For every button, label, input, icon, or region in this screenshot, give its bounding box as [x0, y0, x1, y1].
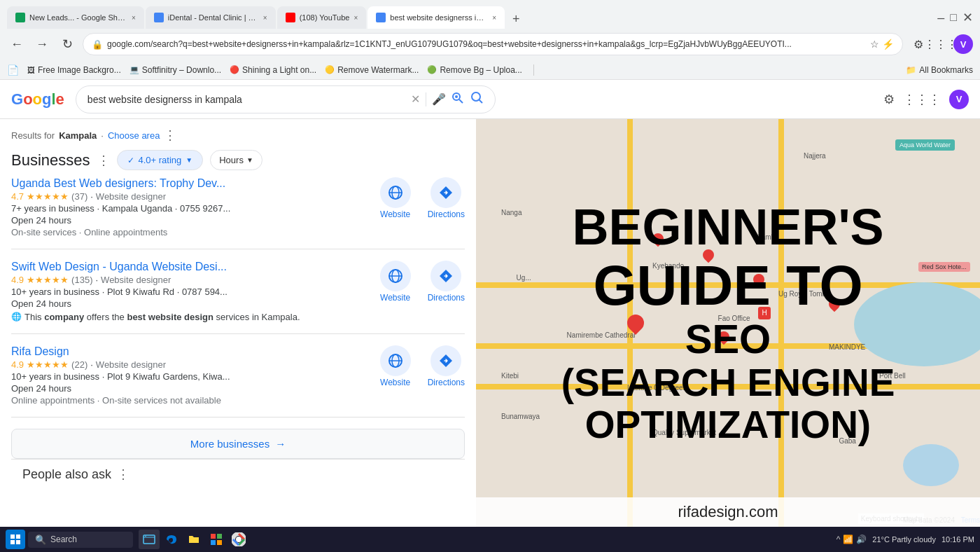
- tab-favicon-google: [376, 13, 386, 22]
- bookmark-softfinitry[interactable]: 💻 Softfinitry – Downlo...: [130, 65, 221, 75]
- directions-btn-3[interactable]: Directions: [428, 345, 465, 387]
- reload-button[interactable]: ↻: [57, 34, 77, 54]
- tab-close-sheets[interactable]: ×: [132, 14, 136, 22]
- taskbar-search[interactable]: 🔍 Search: [28, 532, 133, 548]
- review-count-1: (37): [71, 191, 88, 202]
- business-info-1: Uganda Best Web designers: Trophy Dev...…: [11, 177, 369, 237]
- profile-button[interactable]: V: [953, 34, 973, 54]
- seo-line5: OPTIMIZATION): [561, 403, 895, 446]
- header-right: ⚙ ⋮⋮⋮ V: [883, 90, 969, 109]
- svg-rect-24: [217, 540, 222, 545]
- dot-3: ·: [90, 359, 93, 370]
- choose-area-link[interactable]: Choose area: [108, 130, 160, 141]
- extensions-icon[interactable]: ⚡: [882, 39, 894, 50]
- hours-filter-button[interactable]: Hours ▼: [210, 150, 262, 170]
- directions-btn-1[interactable]: Directions: [428, 177, 465, 219]
- business-info-3: Rifa Design 4.9 ★★★★★ (22) · Website des…: [11, 345, 369, 406]
- business-meta-2: 4.9 ★★★★★ (135) · Website designer: [11, 275, 369, 285]
- results-location: Kampala: [59, 130, 97, 141]
- star-icons-1: ★★★★★: [27, 191, 69, 202]
- website-btn-1[interactable]: Website: [380, 177, 411, 219]
- image-search-icon[interactable]: [451, 92, 464, 107]
- business-name-3[interactable]: Rifa Design: [11, 345, 69, 357]
- tab-close-google[interactable]: ×: [492, 14, 496, 22]
- business-type-3: Website designer: [96, 359, 166, 370]
- businesses-more-options[interactable]: ⋮: [97, 153, 110, 168]
- settings-icon[interactable]: ⚙: [883, 92, 895, 107]
- business-details-1: 7+ years in business · Kampala Uganda · …: [11, 203, 369, 214]
- apps-icon[interactable]: ⋮⋮⋮: [903, 92, 941, 107]
- tab-sheets[interactable]: New Leads... - Google Sheets ×: [7, 6, 144, 29]
- website-label-1: Website: [380, 209, 410, 219]
- search-clear-icon[interactable]: ✕: [411, 92, 420, 106]
- page-content: Google ✕ 🎤 ⚙ ⋮⋮⋮ V Results for Kam: [0, 80, 980, 527]
- taskbar-app-store[interactable]: [206, 530, 227, 549]
- business-name-1[interactable]: Uganda Best Web designers: Trophy Dev...: [11, 177, 225, 189]
- directions-circle-2: [430, 261, 461, 291]
- business-services-1: On-site services · Online appointments: [11, 227, 369, 237]
- sys-icons: ^ 📶 🔊: [836, 534, 867, 544]
- rating-filter-button[interactable]: ✓ 4.0+ rating ▼: [117, 150, 204, 170]
- bookmark-star-icon[interactable]: ☆: [870, 39, 879, 50]
- dot-2: ·: [95, 275, 98, 285]
- star-icons-3: ★★★★★: [27, 359, 69, 370]
- directions-btn-2[interactable]: Directions: [428, 261, 465, 303]
- tab-youtube[interactable]: (108) YouTube ×: [277, 6, 367, 29]
- maximize-button[interactable]: □: [950, 11, 957, 24]
- bookmark-remove-bg[interactable]: 🟢 Remove Bg – Uploa...: [427, 65, 522, 75]
- rating-filter-arrow: ▼: [186, 156, 192, 164]
- taskbar-app-edge[interactable]: [161, 530, 182, 549]
- search-submit-icon[interactable]: [470, 90, 484, 108]
- website-btn-3[interactable]: Website: [380, 345, 411, 387]
- svg-line-5: [479, 100, 482, 104]
- svg-rect-18: [16, 540, 20, 544]
- business-type-2: Website designer: [101, 275, 171, 285]
- website-btn-2[interactable]: Website: [380, 261, 411, 303]
- taskbar-time: 10:16 PM: [941, 535, 974, 544]
- bookmark-remove-watermark[interactable]: 🟡 Remove Watermark...: [325, 65, 419, 75]
- tab-close-youtube[interactable]: ×: [354, 14, 358, 22]
- tab-close-dental[interactable]: ×: [263, 14, 267, 22]
- more-businesses-button[interactable]: More businesses →: [11, 429, 465, 459]
- sys-volume[interactable]: 🔊: [856, 534, 867, 544]
- taskbar-app-files[interactable]: [183, 530, 204, 549]
- taskbar-sys: ^ 📶 🔊 21°C Partly cloudy 10:16 PM: [836, 534, 974, 544]
- seo-line1: BEGINNER'S: [561, 200, 895, 255]
- taskbar-app-chrome[interactable]: [228, 530, 249, 549]
- more-options-icon[interactable]: ⋮: [164, 127, 176, 143]
- bookmark-free-image[interactable]: 🖼 Free Image Backgro...: [27, 65, 121, 75]
- more-businesses-arrow: →: [275, 438, 286, 450]
- google-profile-button[interactable]: V: [949, 90, 969, 109]
- tab-favicon-sheets: [15, 13, 25, 22]
- address-bar-row: ← → ↻ 🔒 google.com/search?q=best+website…: [0, 29, 980, 60]
- close-button[interactable]: ✕: [962, 10, 973, 25]
- sys-caret[interactable]: ^: [836, 534, 841, 544]
- dot-1: ·: [90, 191, 93, 202]
- address-bar[interactable]: 🔒 google.com/search?q=best+website+desig…: [83, 33, 903, 55]
- tab-dental[interactable]: iDental - Dental Clinic | Teeth w... ×: [146, 6, 276, 29]
- forward-button[interactable]: →: [32, 34, 52, 54]
- taskbar-app-explorer[interactable]: [139, 530, 160, 549]
- address-text: google.com/search?q=best+website+designe…: [107, 39, 866, 49]
- tab-favicon-youtube: [286, 13, 295, 22]
- search-bar[interactable]: ✕ 🎤: [76, 85, 496, 113]
- results-panel: Results for Kampala · Choose area ⋮ Busi…: [0, 119, 476, 527]
- svg-point-0: [377, 14, 384, 21]
- tab-google-active[interactable]: best website designerss in kam... ×: [368, 6, 505, 29]
- business-listing-1: Uganda Best Web designers: Trophy Dev...…: [11, 177, 465, 249]
- sys-network[interactable]: 📶: [843, 534, 853, 544]
- stars-2: 4.9: [11, 275, 24, 285]
- filter-check-icon: ✓: [127, 156, 134, 165]
- grid-button[interactable]: ⋮⋮⋮: [931, 34, 951, 54]
- window-controls: – □ ✕: [937, 10, 973, 25]
- bookmarks-icon: 📄: [7, 64, 19, 76]
- back-button[interactable]: ←: [7, 34, 27, 54]
- voice-search-icon[interactable]: 🎤: [432, 92, 446, 106]
- business-name-2[interactable]: Swift Web Design - Uganda Website Desi..…: [11, 261, 227, 272]
- search-input[interactable]: [88, 94, 405, 105]
- bookmark-shining-light[interactable]: 🔴 Shining a Light on...: [230, 65, 316, 75]
- minimize-button[interactable]: –: [937, 11, 944, 25]
- start-button[interactable]: [6, 530, 25, 549]
- people-also-ask-options[interactable]: ⋮: [117, 467, 130, 482]
- new-tab-button[interactable]: +: [506, 9, 526, 29]
